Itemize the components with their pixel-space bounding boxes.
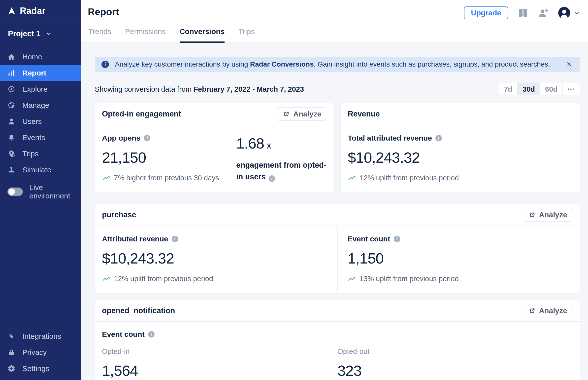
sidebar-item-label: Explore — [22, 85, 48, 93]
sidebar-item-label: Manage — [22, 101, 49, 110]
multiplier-suffix: x — [267, 140, 271, 151]
conversions-info-banner: i Analyze key customer interactions by u… — [95, 57, 580, 72]
sidebar-item-integrations[interactable]: Integrations — [0, 328, 81, 344]
opted-out-metric: Opted-out 323 — [337, 347, 573, 380]
invite-user-button[interactable] — [538, 7, 549, 18]
sidebar-item-home[interactable]: Home — [0, 49, 81, 65]
bar-chart-icon — [7, 69, 15, 77]
card-title: opened_notification — [102, 306, 175, 315]
brand-logo: Radar — [0, 0, 81, 22]
chevron-down-icon — [45, 31, 52, 37]
close-icon — [566, 61, 572, 68]
home-icon — [7, 53, 15, 61]
upgrade-button[interactable]: Upgrade — [464, 6, 508, 19]
info-icon[interactable]: i — [148, 331, 155, 338]
info-icon[interactable]: i — [394, 236, 400, 242]
sidebar-item-label: Integrations — [22, 332, 61, 341]
daterange-text: Showing conversion data from February 7,… — [95, 85, 304, 93]
map-pin-icon — [7, 150, 15, 158]
metrics-row: Opted-in engagement Analyze App opens i — [95, 103, 580, 193]
opted-in-metric: Opted-in 1,564 10% higher from previous … — [102, 347, 337, 380]
range-7d-button[interactable]: 7d — [499, 83, 517, 95]
metric-delta: 12% uplift from previous period — [114, 275, 213, 283]
analyze-button[interactable]: Analyze — [523, 304, 573, 317]
chevron-down-icon — [574, 10, 580, 16]
range-60d-button[interactable]: 60d — [540, 83, 562, 95]
card-title: Opted-in engagement — [102, 110, 181, 118]
sidebar-item-label: Trips — [22, 150, 39, 158]
brand-name: Radar — [20, 6, 46, 16]
avatar — [558, 7, 570, 19]
banner-text: Analyze key customer interactions by usi… — [115, 60, 550, 68]
banner-close-button[interactable] — [565, 60, 573, 69]
sidebar-item-events[interactable]: Events — [0, 129, 81, 146]
project-switcher[interactable]: Project 1 — [0, 22, 81, 46]
metric-delta: 13% uplift from previous period — [359, 275, 459, 283]
topbar-actions: Upgrade — [464, 6, 580, 19]
sub-label: Opted-in — [102, 347, 337, 356]
metric-value: 21,150 — [102, 149, 219, 166]
tab-conversions[interactable]: Conversions — [180, 27, 225, 43]
external-link-icon — [529, 307, 536, 314]
sidebar-item-simulate[interactable]: Simulate — [0, 162, 81, 178]
sidebar-nav: Home Report Explore Manage Users Events — [0, 46, 81, 178]
sidebar-item-label: Settings — [22, 364, 49, 373]
toggle-knob — [8, 189, 15, 195]
multiplier-value: 1.68 — [236, 135, 264, 152]
opted-in-engagement-card: Opted-in engagement Analyze App opens i — [95, 103, 334, 193]
user-add-icon — [538, 7, 549, 18]
card-title: purchase — [102, 210, 136, 219]
sidebar-item-label: Home — [22, 53, 42, 61]
bell-icon — [7, 134, 15, 142]
metric-value: $10,243.32 — [348, 149, 573, 166]
topbar: Report Upgrade Trends Pe — [81, 0, 588, 43]
sidebar-item-users[interactable]: Users — [0, 113, 81, 129]
docs-button[interactable] — [518, 7, 528, 18]
sidebar-item-report[interactable]: Report — [0, 65, 81, 81]
info-icon[interactable]: i — [269, 175, 275, 182]
analyze-button[interactable]: Analyze — [277, 107, 327, 121]
tab-trips[interactable]: Trips — [238, 27, 255, 43]
trend-up-icon — [102, 174, 110, 182]
info-icon[interactable]: i — [144, 135, 150, 141]
engagement-multiplier-metric: 1.68x engagement from opted-in usersi — [226, 125, 334, 192]
book-icon — [518, 7, 528, 18]
more-ranges-button[interactable]: ••• — [562, 83, 580, 95]
daterange-row: Showing conversion data from February 7,… — [95, 83, 580, 95]
trend-up-icon — [348, 275, 356, 283]
sidebar-item-label: Events — [22, 133, 45, 142]
sidebar-item-manage[interactable]: Manage — [0, 97, 81, 113]
metric-value: $10,243.32 — [102, 250, 330, 267]
compass-icon — [7, 85, 15, 93]
range-30d-button[interactable]: 30d — [517, 83, 540, 95]
account-menu[interactable] — [558, 7, 580, 19]
lock-icon — [7, 348, 15, 356]
sidebar-item-label: Simulate — [22, 166, 51, 174]
nav-arrow-icon — [7, 7, 16, 15]
trend-up-icon — [102, 275, 110, 283]
metric-label: Event count — [102, 330, 145, 339]
metric-delta: 12% uplift from previous period — [360, 174, 459, 182]
metric-value: 1,150 — [348, 250, 573, 267]
analyze-button[interactable]: Analyze — [523, 208, 573, 222]
metric-label: App opens — [102, 134, 140, 142]
sidebar-item-settings[interactable]: Settings — [0, 360, 81, 377]
sidebar-item-label: Report — [22, 69, 46, 77]
main-area: Report Upgrade Trends Pe — [81, 0, 588, 380]
sidebar-item-explore[interactable]: Explore — [0, 81, 81, 97]
external-link-icon — [529, 211, 536, 218]
live-environment-toggle[interactable] — [7, 188, 23, 196]
tab-trends[interactable]: Trends — [88, 27, 111, 43]
external-link-icon — [283, 111, 290, 117]
app-root: Radar Project 1 Home Report Explore Mana… — [0, 0, 588, 380]
info-icon[interactable]: i — [172, 236, 178, 242]
sidebar-item-privacy[interactable]: Privacy — [0, 344, 81, 360]
metric-delta: 7% higher from previous 30 days — [114, 174, 219, 182]
stamp-icon — [7, 166, 15, 174]
sidebar: Radar Project 1 Home Report Explore Mana… — [0, 0, 81, 380]
info-icon: i — [101, 61, 109, 68]
tab-permissions[interactable]: Permissions — [125, 27, 165, 43]
sidebar-item-trips[interactable]: Trips — [0, 146, 81, 162]
info-icon[interactable]: i — [435, 135, 442, 141]
user-icon — [7, 117, 15, 125]
